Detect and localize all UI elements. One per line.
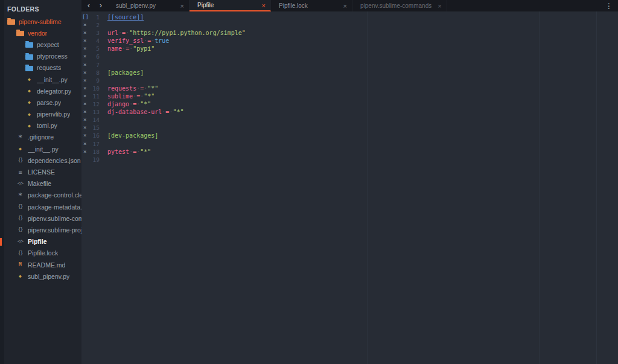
tab-close-icon[interactable]: ×: [438, 2, 441, 10]
code-line-19[interactable]: 19: [81, 156, 618, 164]
code-line-8[interactable]: ×8[packages]: [81, 69, 618, 77]
tree-item-pipfile-lock[interactable]: {}Pipfile.lock: [0, 247, 81, 259]
line-number: 5: [89, 45, 100, 53]
code-text: [packages]: [107, 69, 144, 77]
python-icon: ◆: [25, 76, 33, 83]
tree-item-label: pipenv.sublime-proje: [28, 226, 81, 234]
sidebar: FOLDERS pipenv-sublimevendorpexpectptypr…: [0, 0, 81, 364]
history-forward-icon[interactable]: ›: [100, 0, 102, 11]
folders-header: FOLDERS: [0, 0, 81, 16]
tree-item-dependencies-json[interactable]: {}dependencies.json: [0, 155, 81, 166]
code-line-5[interactable]: ×5name·=·"pypi": [81, 45, 618, 53]
tab-bar: ‹ › subl_pipenv.py×Pipfile×Pipfile.lock×…: [81, 0, 618, 11]
tree-item-pipfile[interactable]: </>Pipfile: [0, 236, 81, 247]
code-line-18[interactable]: ×18pytest·=·"*": [81, 148, 618, 156]
code-line-17[interactable]: ×17: [81, 140, 618, 148]
tab-pipfile-lock[interactable]: Pipfile.lock×: [271, 0, 352, 11]
tree-item-label: toml.py: [37, 122, 57, 129]
tree-item-requests[interactable]: requests: [0, 62, 81, 74]
code-text: [dev-packages]: [107, 132, 158, 139]
code-text: django·=·"*": [107, 100, 151, 108]
code-line-12[interactable]: ×12django·=·"*": [81, 100, 618, 108]
tree-item-parse-py[interactable]: ◆parse.py: [0, 97, 81, 108]
code-line-1[interactable]: []1[[source]]: [81, 13, 618, 21]
tab-label: subl_pipenv.py: [116, 2, 174, 9]
python-icon: ◆: [16, 145, 24, 152]
modified-mark-icon: ×: [81, 124, 89, 132]
tree-item-pipenv-sublime-comm[interactable]: {}pipenv.sublime-comm: [0, 212, 81, 224]
code-line-16[interactable]: ×16[dev-packages]: [81, 132, 618, 139]
code-line-10[interactable]: ×10requests·=·"*": [81, 85, 618, 92]
code-line-3[interactable]: ×3url·=·"https://pypi.python.org/simple": [81, 29, 618, 37]
code-line-2[interactable]: ×2: [81, 21, 618, 29]
editor[interactable]: []1[[source]]×2×3url·=·"https://pypi.pyt…: [81, 11, 618, 364]
code-line-9[interactable]: ×9: [81, 77, 618, 85]
python-icon: ◆: [25, 111, 33, 118]
modified-mark-icon: ×: [81, 77, 89, 85]
tree-item-pipenv-sublime[interactable]: pipenv-sublime: [0, 16, 81, 27]
tab-close-icon[interactable]: ×: [343, 2, 347, 10]
tree-item-ptyprocess[interactable]: ptyprocess: [0, 51, 81, 62]
tab-close-icon[interactable]: ×: [180, 2, 184, 10]
tab-pipfile[interactable]: Pipfile×: [190, 0, 271, 11]
code-text: [[source]]: [107, 13, 144, 21]
tabs: subl_pipenv.py×Pipfile×Pipfile.lock×pipe…: [108, 0, 447, 11]
line-number: 1: [89, 13, 100, 21]
code-line-14[interactable]: ×14: [81, 116, 618, 124]
code-line-13[interactable]: ×13dj-database-url·=·"*": [81, 108, 618, 116]
code-line-6[interactable]: ×6: [81, 53, 618, 60]
line-number: 10: [89, 85, 100, 92]
tree-item-label: parse.py: [37, 99, 61, 106]
modified-mark-icon: ×: [81, 37, 89, 45]
tree-item-license[interactable]: ≡LICENSE: [0, 166, 81, 177]
tab-close-icon[interactable]: ×: [262, 2, 266, 9]
code-line-15[interactable]: ×15: [81, 124, 618, 132]
tree-item-package-control-clea[interactable]: *package-control.clea: [0, 190, 81, 201]
overflow-menu-icon[interactable]: ⋮: [600, 0, 618, 11]
tree-item-gitignore[interactable]: *.gitignore: [0, 132, 81, 143]
tree-item-delegator-py[interactable]: ◆delegator.py: [0, 85, 81, 97]
tree-item-makefile[interactable]: </>Makefile: [0, 178, 81, 190]
history-back-icon[interactable]: ‹: [88, 0, 90, 11]
tree-item-pipenvlib-py[interactable]: ◆pipenvlib.py: [0, 109, 81, 120]
python-icon: ◆: [25, 123, 33, 129]
tree-item-label: pexpect: [37, 41, 59, 48]
modified-mark-icon: ×: [81, 69, 89, 77]
line-number: 16: [89, 132, 100, 139]
code-text: requests·=·"*": [107, 85, 158, 92]
tree-item-vendor[interactable]: vendor: [0, 27, 81, 39]
code-text: sublime·=·"*": [107, 92, 154, 100]
folder-icon: [25, 66, 33, 71]
line-number: 4: [89, 37, 100, 45]
tab-subl-pipenv-py[interactable]: subl_pipenv.py×: [108, 0, 190, 11]
tab-pipenv-sublime-commands[interactable]: pipenv.sublime-commands×: [352, 0, 447, 11]
modified-mark-icon: ×: [81, 100, 89, 108]
code-line-11[interactable]: ×11sublime·=·"*": [81, 92, 618, 100]
code-icon: </>: [16, 180, 24, 187]
line-number: 15: [89, 124, 100, 132]
tree-item-pipenv-sublime-proje[interactable]: {}pipenv.sublime-proje: [0, 224, 81, 235]
braces-icon: {}: [16, 203, 24, 210]
modified-mark-icon: ×: [81, 85, 89, 92]
tree-item-label: delegator.py: [37, 88, 71, 95]
tree-item-label: pipenv.sublime-comm: [28, 215, 81, 222]
code-icon: </>: [16, 238, 24, 245]
line-number: 3: [89, 29, 100, 37]
tree-item-readme-md[interactable]: MREADME.md: [0, 259, 81, 270]
tree-item-label: Makefile: [28, 180, 51, 187]
python-icon: ◆: [16, 273, 24, 279]
code-line-7[interactable]: ×7: [81, 61, 618, 69]
tab-label: Pipfile: [197, 2, 256, 8]
tree-item-pexpect[interactable]: pexpect: [0, 39, 81, 50]
code-line-4[interactable]: ×4verify_ssl·=·true: [81, 37, 618, 45]
tree-item-init-py[interactable]: ◆__init__.py: [0, 74, 81, 85]
code-text: dj-database-url·=·"*": [107, 108, 183, 116]
tree-item-subl-pipenv-py[interactable]: ◆subl_pipenv.py: [0, 270, 81, 282]
tree-item-package-metadata-js[interactable]: {}package-metadata.js: [0, 201, 81, 212]
tree-item-label: dependencies.json: [28, 157, 81, 164]
tree-item-toml-py[interactable]: ◆toml.py: [0, 120, 81, 132]
modified-mark-icon: ×: [81, 45, 89, 53]
modified-mark-icon: ×: [81, 53, 89, 60]
lines-icon: ≡: [16, 169, 24, 176]
tree-item-init-py[interactable]: ◆__init__.py: [0, 143, 81, 155]
